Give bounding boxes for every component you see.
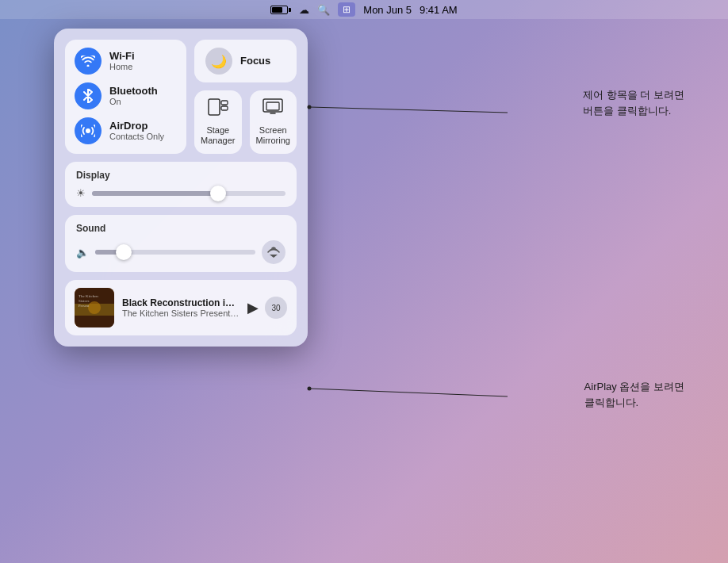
wifi-subtitle: Home — [109, 62, 135, 72]
airplay-button[interactable] — [262, 240, 285, 264]
display-section: Display ☀ — [65, 162, 297, 207]
sound-section: Sound 🔈 — [65, 215, 297, 272]
bluetooth-icon — [75, 82, 102, 109]
svg-text:Present: Present — [79, 304, 90, 308]
sound-label: Sound — [76, 223, 285, 234]
bluetooth-title: Bluetooth — [109, 85, 158, 98]
airdrop-subtitle: Contacts Only — [109, 132, 164, 142]
menubar-time: 9:41 AM — [420, 4, 458, 16]
wifi-title: Wi-Fi — [109, 50, 135, 63]
now-playing-controls: ▶ 30 — [247, 297, 287, 319]
focus-icon: 🌙 — [205, 48, 232, 75]
volume-icon: 🔈 — [76, 247, 89, 259]
brightness-icon: ☀ — [76, 187, 86, 199]
menubar-date: Mon Jun 5 — [363, 4, 412, 16]
focus-title: Focus — [240, 55, 270, 67]
screen-mirroring-tile[interactable]: Screen Mirroring — [250, 90, 297, 154]
wifi-menubar-icon: ☁ — [299, 4, 309, 16]
svg-line-12 — [309, 107, 508, 113]
bluetooth-text: Bluetooth On — [109, 85, 158, 108]
airdrop-icon — [75, 117, 102, 144]
svg-rect-3 — [221, 106, 228, 110]
brightness-slider-row: ☀ — [76, 187, 285, 199]
svg-rect-2 — [221, 101, 228, 105]
bottom-right-tiles: Stage Manager Screen Mirroring — [194, 90, 297, 154]
airplay-annotation-text: AirPlay 옵션을 보려면클릭합니다. — [584, 381, 684, 408]
screen-mirroring-icon — [262, 98, 283, 121]
search-menubar-icon[interactable]: 🔍 — [317, 4, 330, 16]
svg-text:The Kitchen: The Kitchen — [79, 294, 98, 298]
brightness-slider[interactable] — [92, 191, 285, 196]
right-tiles: 🌙 Focus Stage Manager — [194, 40, 297, 154]
stage-manager-tile[interactable]: Stage Manager — [194, 90, 242, 154]
control-center-panel: Wi-Fi Home Bluetooth On — [54, 29, 308, 347]
menubar-center: ☁ 🔍 ⊞ Mon Jun 5 9:41 AM — [270, 2, 457, 17]
bluetooth-subtitle: On — [109, 97, 158, 107]
svg-rect-5 — [266, 102, 279, 110]
svg-point-8 — [88, 301, 101, 314]
skip-forward-button[interactable]: 30 — [265, 297, 287, 319]
now-playing-subtitle: The Kitchen Sisters Present – March 7, 2… — [122, 308, 239, 318]
now-playing-section: The Kitchen Sisters Present Black Recons… — [65, 280, 297, 335]
network-tiles: Wi-Fi Home Bluetooth On — [65, 40, 186, 154]
top-section: Wi-Fi Home Bluetooth On — [65, 40, 297, 154]
battery-icon — [270, 6, 291, 14]
svg-point-15 — [308, 387, 312, 391]
volume-slider[interactable] — [95, 250, 255, 255]
svg-point-0 — [86, 128, 90, 133]
stage-manager-icon — [208, 98, 228, 121]
screen-mirroring-label: Screen Mirroring — [256, 125, 291, 146]
airdrop-tile[interactable]: AirDrop Contacts Only — [75, 117, 177, 144]
display-label: Display — [76, 170, 285, 181]
control-center-menubar-icon[interactable]: ⊞ — [338, 2, 355, 17]
airdrop-title: AirDrop — [109, 120, 164, 132]
menubar: ☁ 🔍 ⊞ Mon Jun 5 9:41 AM — [0, 0, 728, 19]
airdrop-text: AirDrop Contacts Only — [109, 120, 164, 143]
focus-tile[interactable]: 🌙 Focus — [194, 40, 297, 82]
album-art: The Kitchen Sisters Present — [75, 288, 114, 327]
svg-line-14 — [309, 389, 508, 396]
wifi-text: Wi-Fi Home — [109, 50, 135, 73]
bluetooth-tile[interactable]: Bluetooth On — [75, 82, 177, 109]
skip-icon: 30 — [271, 304, 280, 312]
focus-annotation-text: 제어 항목을 더 보려면버튼을 클릭합니다. — [583, 89, 684, 117]
svg-point-13 — [308, 105, 312, 109]
wifi-icon — [75, 48, 102, 75]
svg-rect-1 — [209, 99, 220, 115]
wifi-tile[interactable]: Wi-Fi Home — [75, 48, 177, 75]
airplay-annotation: AirPlay 옵션을 보려면클릭합니다. — [584, 379, 684, 410]
play-button[interactable]: ▶ — [247, 299, 259, 316]
svg-text:Sisters: Sisters — [79, 299, 89, 303]
stage-manager-label: Stage Manager — [201, 125, 236, 146]
focus-annotation: 제어 항목을 더 보려면버튼을 클릭합니다. — [583, 87, 684, 118]
now-playing-title: Black Reconstruction in America... — [122, 297, 239, 308]
volume-row: 🔈 — [76, 240, 285, 264]
now-playing-info: Black Reconstruction in America... The K… — [122, 297, 239, 318]
